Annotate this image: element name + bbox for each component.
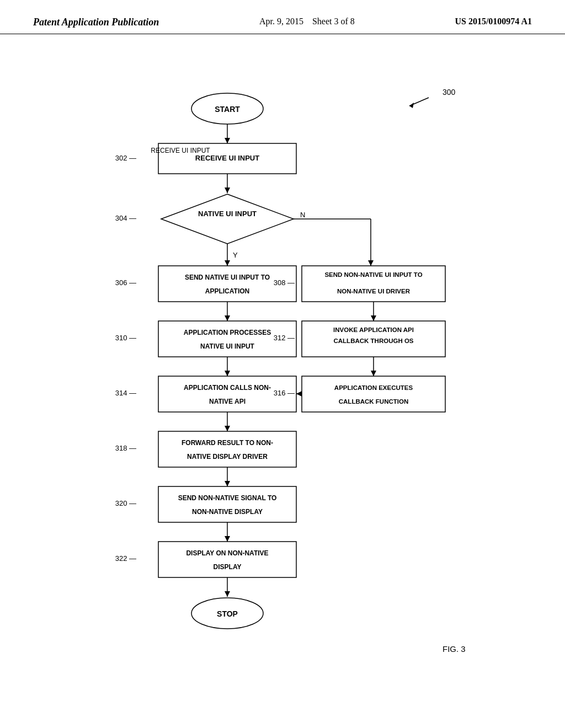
node-320-ref: 320 — (115, 499, 136, 507)
node-312-text2: CALLBACK THROUGH OS (333, 338, 413, 344)
node-322-ref: 322 — (115, 554, 136, 563)
node-302-text: RECEIVE UI INPUT (151, 147, 210, 154)
node-310-text2: NATIVE UI INPUT (200, 342, 254, 350)
node-316-text2: CALLBACK FUNCTION (339, 398, 408, 405)
date-sheet: Apr. 9, 2015 Sheet 3 of 8 (259, 17, 355, 26)
node-316-text1: APPLICATION EXECUTES (334, 384, 413, 391)
node-318-text1: FORWARD RESULT TO NON- (182, 439, 273, 447)
node-306-ref: 306 — (115, 279, 136, 287)
publication-label: Patent Application Publication (33, 17, 159, 28)
node-322-text2: DISPLAY (214, 563, 242, 571)
node-314-ref: 314 — (115, 389, 136, 397)
node-304-ref: 304 — (115, 214, 136, 222)
node-302-ref: 302 — (115, 154, 136, 162)
node-318-ref: 318 — (115, 444, 136, 452)
node-304-text1: NATIVE UI INPUT (198, 210, 257, 218)
yes-label: Y (233, 251, 238, 259)
start-label: START (215, 105, 240, 114)
node-318-box (158, 431, 296, 467)
svg-marker-20 (296, 391, 302, 397)
page-header: Patent Application Publication Apr. 9, 2… (0, 0, 565, 34)
patent-number: US 2015/0100974 A1 (455, 17, 532, 26)
ref-300: 300 (443, 88, 456, 97)
svg-marker-26 (225, 536, 230, 542)
node-312-ref: 312 — (274, 334, 295, 342)
node-318-text2: NATIVE DISPLAY DRIVER (187, 453, 268, 461)
node-322-box (158, 542, 296, 577)
svg-marker-22 (225, 426, 230, 431)
node-322-text1: DISPLAY ON NON-NATIVE (186, 549, 268, 557)
svg-marker-18 (371, 371, 376, 376)
node-310-text1: APPLICATION PROCESSES (184, 329, 271, 336)
sheet: Sheet 3 of 8 (312, 17, 355, 26)
node-316-box (302, 376, 445, 412)
svg-marker-10 (368, 260, 374, 266)
svg-marker-12 (225, 315, 230, 321)
date: Apr. 9, 2015 (259, 17, 303, 26)
node-320-text1: SEND NON-NATIVE SIGNAL TO (178, 494, 277, 502)
node-310-ref: 310 — (115, 334, 136, 342)
node-306-text1: SEND NATIVE UI INPUT TO (185, 274, 270, 281)
flowchart-svg: 300 START RECEIVE UI INPUT RECEIVE UI IN… (45, 45, 520, 679)
stop-label: STOP (217, 609, 238, 618)
node-304-diamond (161, 194, 294, 244)
svg-marker-7 (225, 260, 230, 266)
node-314-text1: APPLICATION CALLS NON- (184, 384, 271, 392)
svg-marker-28 (225, 591, 230, 597)
svg-marker-5 (225, 188, 230, 193)
no-label: N (300, 211, 305, 219)
node-308-text2: NON-NATIVE UI DRIVER (337, 288, 411, 295)
node-312-text1: INVOKE APPLICATION API (333, 326, 414, 333)
svg-marker-16 (225, 371, 230, 376)
node-308-ref: 308 — (274, 279, 295, 287)
svg-marker-3 (225, 138, 230, 143)
node-316-ref: 316 — (274, 389, 295, 397)
diagram-area: 300 START RECEIVE UI INPUT RECEIVE UI IN… (0, 34, 565, 690)
svg-marker-24 (225, 481, 230, 486)
node-302-label-text: RECEIVE UI INPUT (195, 154, 259, 162)
svg-marker-14 (371, 315, 376, 321)
node-308-text1: SEND NON-NATIVE UI INPUT TO (324, 271, 422, 278)
node-320-text2: NON-NATIVE DISPLAY (192, 508, 263, 516)
node-306-text2: APPLICATION (205, 287, 249, 295)
node-320-box (158, 486, 296, 522)
fig-label: FIG. 3 (443, 644, 466, 654)
node-314-text2: NATIVE API (209, 398, 246, 405)
